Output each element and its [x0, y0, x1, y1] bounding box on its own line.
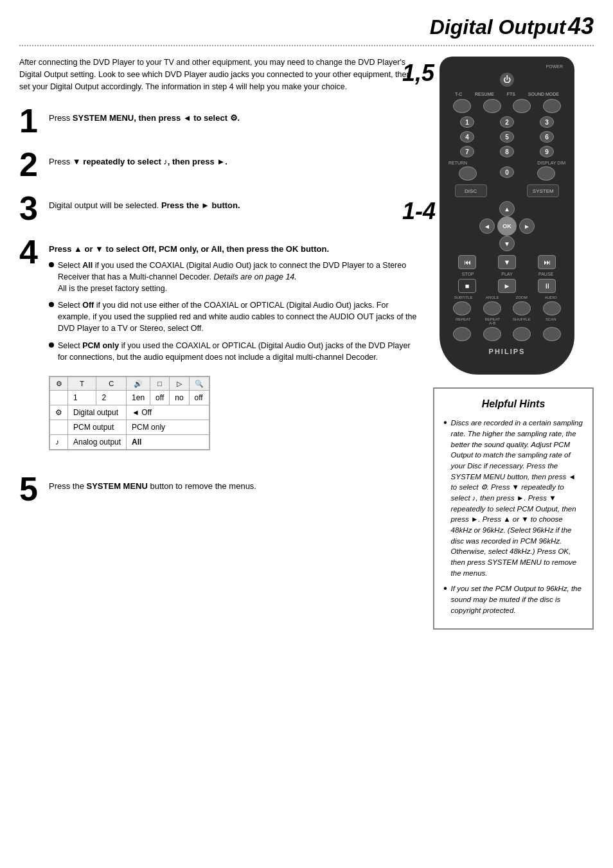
step-1-content: Press SYSTEM MENU, then press ◄ to selec… [49, 104, 240, 125]
nav-right-button[interactable]: ► [519, 218, 535, 234]
return-zero-row: 0 [449, 166, 565, 181]
step-2: 2 Press ▼ repeatedly to select ♪, then p… [19, 148, 420, 181]
step-3-number: 3 [19, 191, 44, 225]
btn-0[interactable]: 0 [500, 166, 514, 178]
system-menu-button[interactable] [527, 184, 559, 197]
repeat-button[interactable] [453, 327, 471, 341]
hint-text-1: Discs are recorded in a certain sampling… [451, 418, 583, 578]
hints-list: • Discs are recorded in a certain sampli… [443, 418, 583, 616]
return-label: RETURN [449, 161, 467, 165]
bullet-3: Select PCM only if you used the COAXIAL … [49, 340, 420, 363]
nav-cluster: ▲ ◄ OK ► ▼ [449, 201, 565, 251]
nav-left-button[interactable]: ◄ [479, 218, 495, 234]
top-label-row: T-C RESUME FTS SOUND MODE [449, 92, 565, 96]
top-btn-row [449, 99, 565, 113]
resume-button[interactable] [483, 99, 501, 113]
stop-button[interactable]: ■ [458, 279, 476, 293]
disc-menu-button[interactable] [455, 184, 487, 197]
subtitle-button[interactable] [453, 301, 471, 315]
bullet-2: Select Off if you did not use either of … [49, 299, 420, 334]
shuffle-button[interactable] [513, 327, 531, 341]
remote-control: POWER T-C RESUME FTS SOUND MODE [440, 57, 574, 375]
hint-item-1: • Discs are recorded in a certain sampli… [443, 418, 583, 578]
step-3-content: Digital output will be selected. Press t… [49, 191, 240, 212]
display-dim-button[interactable] [537, 166, 555, 181]
transport-labels: STOP PLAY PAUSE [449, 272, 565, 276]
scan-button[interactable] [543, 327, 561, 341]
bullet-1: Select All if you used the COAXIAL (Digi… [49, 260, 420, 294]
step-5-number: 5 [19, 472, 44, 506]
num-row-2: 4 5 6 [449, 131, 565, 143]
hints-title: Helpful Hints [443, 396, 583, 411]
philips-brand: PHILIPS [449, 348, 565, 355]
step-4-bullets: Select All if you used the COAXIAL (Digi… [49, 260, 420, 363]
bullet-dot-1 [49, 262, 54, 267]
menu-screenshot: ⚙TC🔊□▷🔍 121enoffnooff ⚙ Digital output ◄… [49, 376, 210, 451]
disc-system-row [449, 184, 565, 197]
btn-8[interactable]: 8 [500, 146, 514, 157]
step-2-content: Press ▼ repeatedly to select ♪, then pre… [49, 148, 227, 168]
num-row-3: 7 8 9 [449, 146, 565, 157]
btn-7[interactable]: 7 [460, 146, 474, 157]
btn-5[interactable]: 5 [500, 131, 514, 143]
sound-mode-button[interactable] [543, 99, 561, 113]
rewind-button[interactable]: ⏮ [458, 255, 476, 269]
bullet-dot-2 [49, 302, 54, 307]
btn-4[interactable]: 4 [460, 131, 474, 143]
transport-row-2: ■ ► ⏸ [449, 279, 565, 293]
btn-9[interactable]: 9 [540, 146, 554, 157]
step-1: 1 Press SYSTEM MENU, then press ◄ to sel… [19, 104, 420, 137]
btn-1[interactable]: 1 [460, 116, 474, 128]
step-3: 3 Digital output will be selected. Press… [19, 191, 420, 225]
num-row-1: 1 2 3 [449, 116, 565, 128]
repeat-ab-button[interactable] [483, 327, 501, 341]
page-header: Digital Output 43 [19, 13, 594, 46]
step-2-number: 2 [19, 148, 44, 181]
extra-labels-2: REPEAT REPEAT A-B SHUFFLE SCAN [449, 317, 565, 325]
transport-row-1: ⏮ ▼ ⏭ [449, 255, 565, 269]
step-5: 5 Press the SYSTEM MENU button to remove… [19, 472, 420, 506]
play-button[interactable]: ► [498, 279, 516, 293]
extra-btn-row-1 [449, 301, 565, 315]
page-title: Digital Output [430, 15, 566, 39]
fts-button[interactable] [513, 99, 531, 113]
hint-item-2: • If you set the PCM Output to 96kHz, th… [443, 583, 583, 616]
step-1-number: 1 [19, 104, 44, 137]
step-label-14: 1-4 [402, 198, 436, 225]
step-label-15: 1,5 [402, 60, 434, 87]
right-column: 1,5 1-4 POWER T-C RESUME FTS [433, 57, 594, 630]
angle-button[interactable] [483, 301, 501, 315]
nav-down-button[interactable]: ▼ [499, 236, 515, 251]
intro-text: After connecting the DVD Player to your … [19, 57, 420, 93]
extra-labels-1: SUBTITLE ANGLE ZOOM AUDIO [449, 296, 565, 299]
helpful-hints-box: Helpful Hints • Discs are recorded in a … [433, 387, 594, 630]
audio-button[interactable] [543, 301, 561, 315]
pause-button[interactable]: ⏸ [538, 279, 556, 293]
down-btn[interactable]: ▼ [498, 255, 516, 269]
power-button[interactable] [500, 73, 514, 87]
nav-up-button[interactable]: ▲ [499, 201, 515, 217]
main-content: After connecting the DVD Player to your … [19, 57, 420, 630]
hint-text-2: If you set the PCM Output to 96kHz, the … [451, 583, 583, 616]
btn-2[interactable]: 2 [500, 116, 514, 128]
step-4-content: Press ▲ or ▼ to select Off, PCM only, or… [49, 235, 420, 462]
extra-btn-row-2 [449, 327, 565, 341]
power-label: POWER [449, 64, 565, 69]
hint-bullet-2: • [443, 583, 447, 594]
zoom-button[interactable] [513, 301, 531, 315]
page-number: 43 [568, 13, 594, 39]
btn-6[interactable]: 6 [540, 131, 554, 143]
tc-button[interactable] [453, 99, 471, 113]
fastfwd-button[interactable]: ⏭ [538, 255, 556, 269]
step-5-content: Press the SYSTEM MENU button to remove t… [49, 472, 256, 493]
step-4-number: 4 [19, 235, 44, 269]
hint-bullet-1: • [443, 418, 447, 428]
display-dim-label: DISPLAY DIM [537, 161, 565, 165]
return-button[interactable] [459, 166, 477, 181]
ok-button[interactable]: OK [497, 217, 517, 236]
bullet-dot-3 [49, 342, 54, 348]
step-4: 4 Press ▲ or ▼ to select Off, PCM only, … [19, 235, 420, 462]
btn-3[interactable]: 3 [540, 116, 554, 128]
